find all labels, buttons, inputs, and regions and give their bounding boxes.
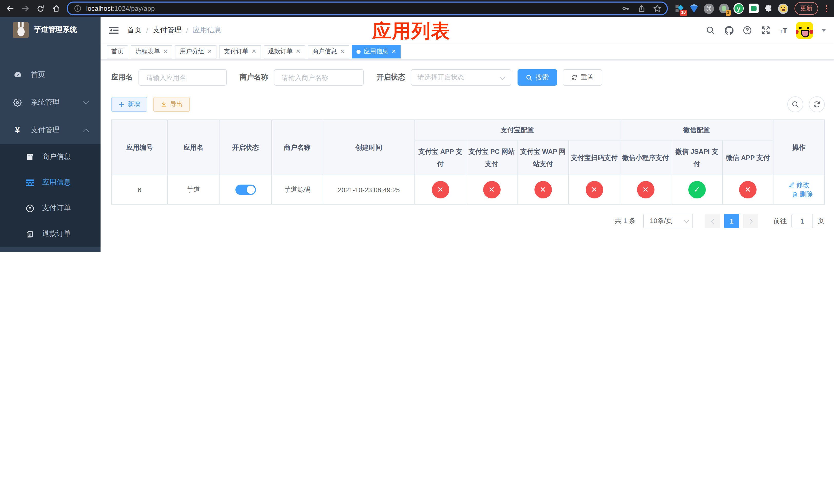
chevron-down-icon — [684, 217, 689, 223]
close-icon[interactable]: ✕ — [296, 48, 300, 55]
extension-chat-icon[interactable] — [748, 3, 759, 14]
forward-icon[interactable] — [21, 4, 30, 13]
col-merchant: 商户名称 — [271, 120, 323, 175]
github-icon[interactable] — [724, 25, 734, 35]
close-icon[interactable]: ✕ — [391, 48, 396, 55]
tag-tab-user-group[interactable]: 用户分组✕ — [175, 45, 216, 58]
avatar-caret-icon[interactable] — [822, 29, 826, 31]
sidebar-item-system[interactable]: 系统管理 — [0, 89, 101, 116]
sidebar-item-app-info[interactable]: 应用信息 — [0, 170, 101, 196]
fullscreen-icon[interactable] — [761, 25, 771, 35]
page-size-select[interactable]: 10条/页 — [643, 214, 693, 228]
delete-link[interactable]: 删除 — [791, 190, 813, 199]
extension-gem-icon[interactable] — [689, 3, 699, 14]
status-wechat-mini: ✕ — [637, 181, 654, 199]
col-app-name: 应用名 — [168, 120, 219, 175]
browser-menu-icon[interactable] — [824, 5, 829, 12]
col-status: 开启状态 — [219, 120, 271, 175]
add-button[interactable]: 新增 — [111, 97, 147, 112]
goto-suffix: 页 — [818, 216, 824, 226]
font-size-icon[interactable]: TT — [780, 26, 787, 35]
export-button[interactable]: 导出 — [153, 97, 190, 112]
close-icon[interactable]: ✕ — [163, 48, 168, 55]
extension-tab-manager-icon[interactable]: 1 — [719, 3, 729, 14]
app-name-input[interactable] — [145, 73, 220, 82]
extensions-puzzle-icon[interactable] — [763, 3, 773, 14]
refresh-button[interactable] — [809, 96, 825, 112]
status-alipay-qr: ✕ — [586, 181, 603, 199]
filter-form: 应用名 商户名称 开启状态 请选择开启状态 搜索 重置 — [111, 69, 825, 86]
sidebar-fold-icon[interactable] — [109, 25, 119, 36]
chevron-up-icon — [83, 129, 89, 135]
prev-page-button[interactable] — [705, 214, 720, 228]
breadcrumb-home[interactable]: 首页 — [127, 26, 141, 35]
logo-image — [13, 22, 29, 38]
status-select[interactable]: 请选择开启状态 — [411, 69, 511, 86]
close-icon[interactable]: ✕ — [340, 48, 345, 55]
tag-tab-merchant-info[interactable]: 商户信息✕ — [308, 45, 349, 58]
url-text[interactable]: localhost:1024/pay/app — [86, 5, 155, 12]
close-icon[interactable]: ✕ — [251, 48, 256, 55]
home-icon[interactable] — [51, 4, 61, 13]
tag-tab-refund-orders[interactable]: 退款订单✕ — [263, 45, 305, 58]
help-icon[interactable] — [743, 25, 752, 35]
tag-tab-pay-orders[interactable]: 支付订单✕ — [219, 45, 261, 58]
user-avatar[interactable] — [796, 22, 813, 39]
password-key-icon[interactable] — [622, 4, 630, 13]
grid-icon — [25, 178, 35, 187]
group-wechat-config: 微信配置 — [620, 120, 773, 140]
show-search-button[interactable] — [787, 96, 803, 112]
cell-app-id: 6 — [112, 175, 168, 204]
yen-circle-icon — [25, 204, 35, 212]
cell-merchant: 芋道源码 — [271, 175, 323, 204]
app-table: 应用编号 应用名 开启状态 商户名称 创建时间 支付宝配置 微信配置 操作 支付… — [111, 119, 825, 205]
tag-tab-process-form[interactable]: 流程表单✕ — [131, 45, 172, 58]
extension-grid-icon[interactable]: 10 — [674, 3, 684, 14]
merchant-name-input[interactable] — [281, 73, 357, 82]
share-icon[interactable] — [638, 4, 646, 13]
document-icon — [25, 230, 35, 238]
close-icon[interactable]: ✕ — [207, 48, 212, 55]
search-button[interactable]: 搜索 — [518, 69, 557, 86]
site-info-icon[interactable] — [73, 4, 82, 13]
bookmark-star-icon[interactable] — [653, 4, 662, 13]
header-search-icon[interactable] — [705, 25, 715, 35]
merchant-name-label: 商户名称 — [240, 73, 268, 82]
chevron-down-icon — [83, 99, 89, 105]
sidebar-item-payment[interactable]: ¥ 支付管理 — [0, 116, 101, 144]
extension-badge: 10 — [680, 9, 687, 16]
goto-page-input[interactable] — [791, 214, 813, 228]
pagination: 共 1 条 10条/页 1 前往 页 — [111, 214, 824, 228]
back-icon[interactable] — [5, 4, 14, 13]
page-number-1[interactable]: 1 — [724, 214, 739, 228]
cell-created-at: 2021-10-23 08:49:25 — [323, 175, 415, 204]
tag-tab-app-info[interactable]: 应用信息✕ — [352, 45, 401, 58]
breadcrumb-payment[interactable]: 支付管理 — [153, 26, 181, 35]
col-alipay-wap: 支付宝 WAP 网站支付 — [517, 140, 569, 175]
shop-icon — [25, 153, 35, 161]
sidebar-item-merchant-info[interactable]: 商户信息 — [0, 144, 101, 170]
profile-avatar-icon[interactable] — [778, 3, 788, 14]
sidebar-logo[interactable]: 芋道管理系统 — [0, 17, 101, 43]
sidebar-item-infrastructure[interactable]: 基础设施 — [0, 247, 101, 252]
sidebar-item-home[interactable]: 首页 — [0, 61, 101, 89]
browser-toolbar: localhost:1024/pay/app 10 ⌘ 1 y 更新 — [0, 0, 834, 17]
reload-icon[interactable] — [36, 4, 45, 13]
next-page-button[interactable] — [743, 214, 758, 228]
sidebar-item-refund-orders[interactable]: 退款订单 — [0, 221, 101, 247]
tag-tab-home[interactable]: 首页 — [107, 45, 128, 58]
sidebar-item-pay-orders[interactable]: 支付订单 — [0, 196, 101, 221]
col-wechat-mini: 微信小程序支付 — [620, 140, 671, 175]
total-count: 共 1 条 — [615, 216, 636, 226]
extension-command-icon[interactable]: ⌘ — [704, 3, 714, 14]
col-app-id: 应用编号 — [112, 120, 168, 175]
page-annotation-title: 应用列表 — [372, 19, 450, 44]
enabled-toggle[interactable] — [235, 185, 256, 195]
url-bar[interactable]: localhost:1024/pay/app — [67, 2, 668, 15]
reset-button[interactable]: 重置 — [563, 69, 602, 86]
extension-y-icon[interactable]: y — [733, 3, 744, 14]
browser-update-button[interactable]: 更新 — [794, 2, 818, 15]
edit-link[interactable]: 修改 — [788, 180, 810, 189]
col-created: 创建时间 — [323, 120, 415, 175]
status-alipay-pc: ✕ — [483, 181, 500, 199]
